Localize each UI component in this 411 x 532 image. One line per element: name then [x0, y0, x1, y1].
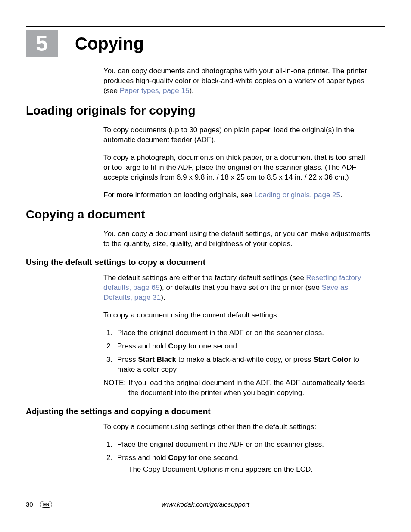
- sub1-p1: The default settings are either the fact…: [103, 273, 372, 303]
- section1-p3b: .: [340, 191, 342, 199]
- footer-url[interactable]: www.kodak.com/go/aiosupport: [162, 501, 249, 508]
- intro-text-2: ).: [189, 87, 193, 95]
- step2-b: for one second.: [187, 342, 239, 350]
- intro-paragraph: You can copy documents and photographs w…: [103, 66, 372, 96]
- step3-b: to make a black-and-white copy, or press: [176, 355, 313, 364]
- sub2-p1: To copy a document using settings other …: [103, 422, 372, 432]
- section1-p1: To copy documents (up to 30 pages) on pl…: [103, 125, 372, 145]
- section1-p2: To copy a photograph, documents on thick…: [103, 153, 372, 183]
- section2-p1: You can copy a document using the defaul…: [103, 229, 372, 249]
- list-item: Press and hold Copy for one second. The …: [115, 453, 372, 475]
- sub1-p1a: The default settings are either the fact…: [103, 274, 306, 282]
- sub1-p1b: ), or defaults that you have set on the …: [159, 283, 321, 292]
- list-item: Press Start Black to make a black-and-wh…: [115, 355, 372, 375]
- step3-bold1: Start Black: [138, 355, 176, 364]
- sub2-step2-a: Press and hold: [117, 454, 168, 462]
- sub2-step2-b: for one second.: [187, 454, 239, 462]
- sub2-step2-bold: Copy: [168, 454, 187, 462]
- list-item: Place the original document in the ADF o…: [115, 440, 372, 450]
- top-rule: [26, 26, 385, 27]
- note-label: NOTE:: [103, 378, 126, 398]
- sub1-p1c: ).: [161, 293, 165, 302]
- sub1-note: NOTE: If you load the original document …: [103, 378, 372, 398]
- subsection-default-settings-title: Using the default settings to copy a doc…: [26, 258, 385, 267]
- step3-a: Press: [117, 355, 138, 364]
- sub2-steps: Place the original document in the ADF o…: [115, 440, 372, 475]
- link-loading-originals[interactable]: Loading originals, page 25: [255, 191, 340, 199]
- sub1-steps: Place the original document in the ADF o…: [115, 328, 372, 375]
- step2-a: Press and hold: [117, 342, 168, 350]
- link-paper-types[interactable]: Paper types, page 15: [120, 87, 190, 95]
- language-badge: EN: [40, 501, 53, 508]
- section-loading-originals-title: Loading originals for copying: [26, 104, 385, 118]
- subsection-adjusting-settings-title: Adjusting the settings and copying a doc…: [26, 407, 385, 416]
- page-footer: 30 EN www.kodak.com/go/aiosupport: [26, 501, 385, 508]
- step2-bold: Copy: [168, 342, 187, 350]
- step3-bold2: Start Color: [313, 355, 351, 364]
- list-item: Place the original document in the ADF o…: [115, 328, 372, 338]
- page-number: 30: [26, 501, 33, 508]
- section1-p3: For more information on loading original…: [103, 190, 372, 200]
- section1-p3a: For more information on loading original…: [103, 191, 255, 199]
- chapter-title: Copying: [75, 30, 144, 57]
- sub1-p2: To copy a document using the current def…: [103, 311, 372, 320]
- list-item: Press and hold Copy for one second.: [115, 342, 372, 352]
- sub2-step2-sub: The Copy Document Options menu appears o…: [128, 465, 372, 475]
- note-text: If you load the original document in the…: [128, 378, 372, 398]
- chapter-number-box: 5: [26, 30, 58, 57]
- section-copying-document-title: Copying a document: [26, 208, 385, 221]
- chapter-header: 5 Copying: [26, 30, 385, 57]
